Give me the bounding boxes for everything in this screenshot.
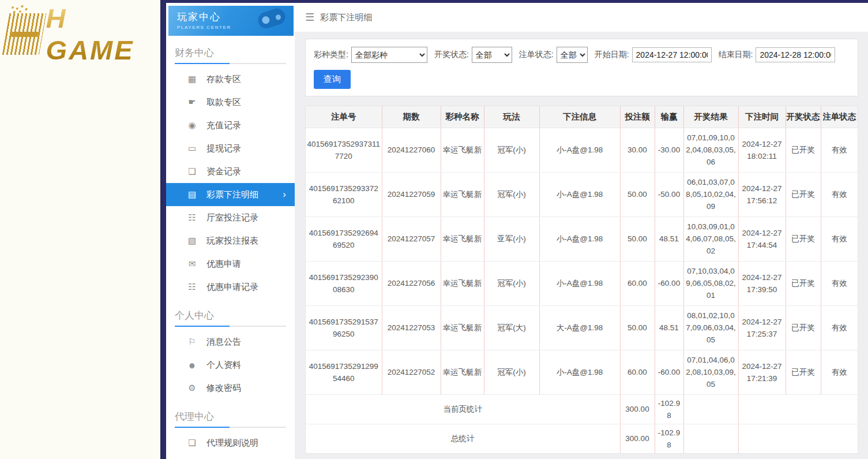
cell: 冠军(小)	[484, 261, 539, 305]
withdrawal-wallet-icon: ▭	[186, 143, 198, 154]
summary-empty-cell	[683, 394, 738, 424]
table-row: 40156917352933726210020241227059幸运飞艇新冠军(…	[306, 172, 858, 217]
promo-apply-record-icon: ☷	[186, 282, 198, 292]
sidebar-header: 玩家中心 PLAYERS CENTER	[168, 6, 294, 36]
sidebar-item-deposit-card[interactable]: ▦存款专区	[166, 68, 295, 91]
cell: 已开奖	[786, 305, 821, 350]
sidebar-item-label: 彩票下注明细	[206, 189, 258, 200]
cell: 60.00	[620, 261, 655, 305]
app-frame: 玩家中心 PLAYERS CENTER 财务中心▦存款专区☛取款专区◉充值记录▭…	[161, 0, 868, 459]
cell: 07,10,03,04,09,06,05,08,02,01	[683, 261, 738, 305]
sidebar-item-promo-apply[interactable]: ✉优惠申请	[166, 252, 295, 275]
filter-panel: 彩种类型: 全部彩种 开奖状态: 全部 注单状态: 全部 开始日期:	[305, 39, 858, 96]
cell: -50.00	[655, 172, 683, 217]
cell: 亚军(小)	[484, 217, 539, 261]
column-header: 期数	[382, 106, 441, 128]
sidebar-item-bell[interactable]: ⚐消息公告	[166, 330, 295, 353]
cell: 2024-12-27 18:02:11	[738, 128, 786, 172]
person-icon: ☻	[186, 360, 198, 370]
lottery-type-select[interactable]: 全部彩种	[351, 47, 427, 63]
cell: 10,03,09,01,04,06,07,08,05,02	[683, 217, 738, 261]
start-date-label: 开始日期:	[595, 50, 629, 60]
deposit-card-icon: ▦	[186, 74, 198, 84]
sidebar-item-person[interactable]: ☻个人资料	[166, 353, 295, 376]
cell: 小-A盘@1.98	[539, 261, 620, 305]
sidebar-item-label: 优惠申请	[206, 259, 241, 270]
sidebar-section-label: 代理中心	[175, 410, 286, 423]
cell: 有效	[821, 305, 858, 350]
cell: 20241227059	[382, 172, 441, 217]
sidebar-item-gear[interactable]: ⚙修改密码	[166, 376, 295, 400]
cell: 小-A盘@1.98	[539, 350, 620, 394]
cell: 冠军(大)	[484, 305, 539, 350]
cell: 小-A盘@1.98	[539, 217, 620, 261]
sidebar-item-player-bet-report[interactable]: ▧玩家投注报表	[166, 229, 295, 252]
cell: -60.00	[655, 261, 683, 305]
cell: -30.00	[655, 128, 683, 172]
sidebar-item-label: 取款专区	[206, 97, 241, 108]
cell: 401569173529239008630	[306, 261, 382, 305]
summary-label: 总统计	[306, 424, 620, 453]
sidebar-item-withdraw-hand[interactable]: ☛取款专区	[166, 91, 295, 114]
page: H GAME 玩家中心 PLAYERS CENTER 财务中心▦存款专区☛取款专…	[0, 0, 868, 459]
logo-panel: H GAME	[0, 0, 161, 459]
sidebar-menu: 财务中心▦存款专区☛取款专区◉充值记录▭提现记录❏资金记录▤彩票下注明细›☷厅室…	[166, 46, 295, 459]
cell: 2024-12-27 17:44:54	[738, 217, 786, 261]
column-header: 玩法	[484, 106, 539, 128]
sidebar-item-building[interactable]: ▥代理团队统计	[166, 454, 295, 459]
sidebar-section-label: 财务中心	[175, 46, 286, 59]
sidebar-item-withdrawal-wallet[interactable]: ▭提现记录	[166, 137, 295, 160]
cell: 50.00	[620, 172, 655, 217]
column-header: 彩种名称	[441, 106, 484, 128]
section-divider	[175, 326, 286, 327]
cell: 401569173529153796250	[306, 305, 382, 350]
sidebar-item-hall-bet-record[interactable]: ☷厅室投注记录	[166, 206, 295, 229]
main-area: ☰ 彩票下注明细 彩种类型: 全部彩种 开奖状态: 全部 注单	[295, 3, 868, 459]
cell: 已开奖	[786, 172, 821, 217]
cell: 06,01,03,07,08,05,10,02,04,09	[683, 172, 738, 217]
summary-row: 总统计300.00-102.98	[306, 424, 858, 453]
section-divider	[175, 63, 286, 64]
hamburger-icon[interactable]: ☰	[305, 11, 314, 24]
query-button[interactable]: 查询	[314, 70, 351, 89]
summary-win-total: -102.98	[655, 424, 683, 453]
table-row: 40156917352915379625020241227053幸运飞艇新冠军(…	[306, 305, 858, 350]
sidebar-item-label: 优惠申请记录	[206, 282, 258, 293]
cell: 401569173529129954460	[306, 350, 382, 394]
sidebar-item-promo-apply-record[interactable]: ☷优惠申请记录	[166, 275, 295, 298]
column-header: 下注时间	[738, 106, 786, 128]
cell: 08,01,02,10,07,09,06,03,04,05	[683, 305, 738, 350]
start-date-input[interactable]	[632, 47, 712, 62]
sidebar: 玩家中心 PLAYERS CENTER 财务中心▦存款专区☛取款专区◉充值记录▭…	[166, 3, 295, 459]
cell: 20241227052	[382, 350, 441, 394]
column-header: 开奖结果	[683, 106, 738, 128]
cell: 已开奖	[786, 128, 821, 172]
column-header: 注单状态	[821, 106, 858, 128]
cell: 07,01,04,06,02,08,10,03,09,05	[683, 350, 738, 394]
sidebar-item-lottery-bet-detail[interactable]: ▤彩票下注明细›	[166, 183, 295, 206]
bell-icon: ⚐	[186, 337, 198, 347]
cell: 有效	[821, 128, 858, 172]
sidebar-item-recharge-moneybag[interactable]: ◉充值记录	[166, 114, 295, 137]
draw-status-select[interactable]: 全部	[472, 47, 512, 63]
end-date-input[interactable]	[756, 47, 835, 62]
cell: 401569173529337262100	[306, 172, 382, 217]
summary-row: 当前页统计300.00-102.98	[306, 394, 858, 424]
cell: 50.00	[620, 305, 655, 350]
cell: 已开奖	[786, 350, 821, 394]
sidebar-item-label: 资金记录	[206, 166, 241, 177]
sidebar-item-document[interactable]: ❏代理规则说明	[166, 431, 295, 454]
table-row: 40156917352937311772020241227060幸运飞艇新冠军(…	[306, 128, 858, 172]
page-title: 彩票下注明细	[320, 12, 372, 23]
cell: 07,01,09,10,02,04,08,03,05,06	[683, 128, 738, 172]
column-header: 开奖状态	[786, 106, 821, 128]
sidebar-subtitle: PLAYERS CENTER	[177, 25, 294, 30]
cell: 有效	[821, 172, 858, 217]
summary-empty-cell	[738, 394, 858, 424]
cell: 幸运飞艇新	[441, 217, 484, 261]
logo: H GAME	[6, 9, 160, 59]
order-status-select[interactable]: 全部	[557, 47, 588, 63]
column-header: 注单号	[306, 106, 382, 128]
sidebar-item-funds-record[interactable]: ❏资金记录	[166, 160, 295, 183]
summary-bet-total: 300.00	[620, 394, 655, 424]
